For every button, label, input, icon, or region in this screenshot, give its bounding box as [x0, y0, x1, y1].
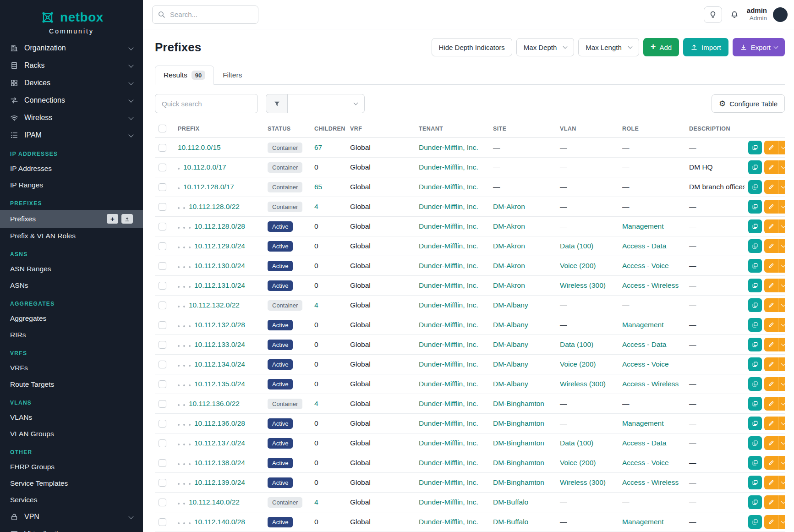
- edit-button[interactable]: [764, 200, 778, 214]
- prefix-link[interactable]: 10.112.138.0/24: [194, 459, 245, 466]
- prefix-link[interactable]: 10.112.0.0/17: [183, 163, 226, 171]
- edit-dropdown-button[interactable]: [778, 279, 785, 292]
- clone-button[interactable]: [748, 436, 762, 450]
- edit-button[interactable]: [764, 515, 778, 529]
- edit-dropdown-button[interactable]: [778, 239, 785, 253]
- children-link[interactable]: 67: [314, 143, 322, 151]
- edit-button[interactable]: [764, 160, 778, 174]
- column-header-site[interactable]: Site: [489, 120, 556, 138]
- tenant-link[interactable]: Dunder-Mifflin, Inc.: [419, 518, 478, 526]
- children-link[interactable]: 4: [314, 301, 318, 309]
- row-checkbox[interactable]: [159, 144, 166, 152]
- role-link[interactable]: Access - Data: [622, 242, 666, 250]
- clone-button[interactable]: [748, 357, 762, 371]
- prefix-link[interactable]: 10.112.140.0/28: [194, 518, 245, 526]
- edit-dropdown-button[interactable]: [778, 495, 785, 509]
- edit-dropdown-button[interactable]: [778, 397, 785, 411]
- column-header-vlan[interactable]: VLAN: [556, 120, 619, 138]
- site-link[interactable]: DM-Akron: [493, 242, 525, 250]
- row-checkbox[interactable]: [159, 223, 166, 230]
- edit-button[interactable]: [764, 476, 778, 489]
- column-header-vrf[interactable]: VRF: [346, 120, 415, 138]
- role-link[interactable]: Management: [622, 222, 663, 230]
- children-link[interactable]: 65: [314, 183, 322, 191]
- row-checkbox[interactable]: [159, 479, 166, 487]
- sidebar-item-virtualization[interactable]: Virtualization: [0, 526, 143, 532]
- role-link[interactable]: Management: [622, 321, 663, 329]
- notifications-button[interactable]: [728, 6, 741, 23]
- sidebar-item-vlan-groups[interactable]: VLAN Groups: [0, 426, 143, 442]
- edit-dropdown-button[interactable]: [778, 476, 785, 489]
- edit-dropdown-button[interactable]: [778, 160, 785, 174]
- tenant-link[interactable]: Dunder-Mifflin, Inc.: [419, 478, 478, 486]
- site-link[interactable]: DM-Akron: [493, 281, 525, 289]
- sidebar-item-prefixes[interactable]: Prefixes+: [0, 210, 143, 228]
- sidebar-item-connections[interactable]: Connections: [0, 92, 143, 109]
- prefix-link[interactable]: 10.112.128.0/22: [189, 203, 240, 210]
- site-link[interactable]: DM-Binghamton: [493, 439, 544, 447]
- clone-button[interactable]: [748, 200, 762, 214]
- prefix-link[interactable]: 10.112.137.0/24: [194, 439, 245, 447]
- column-header-children[interactable]: Children: [311, 120, 346, 138]
- row-checkbox[interactable]: [159, 459, 166, 467]
- clone-button[interactable]: [748, 377, 762, 391]
- sidebar-item-services[interactable]: Services: [0, 492, 143, 508]
- edit-dropdown-button[interactable]: [778, 456, 785, 470]
- edit-button[interactable]: [764, 279, 778, 292]
- edit-button[interactable]: [764, 357, 778, 371]
- row-checkbox[interactable]: [159, 361, 166, 368]
- tenant-link[interactable]: Dunder-Mifflin, Inc.: [419, 340, 478, 348]
- edit-button[interactable]: [764, 219, 778, 233]
- sidebar-item-vlans[interactable]: VLANs: [0, 409, 143, 426]
- edit-button[interactable]: [764, 377, 778, 391]
- edit-button[interactable]: [764, 141, 778, 154]
- clone-button[interactable]: [748, 160, 762, 174]
- clone-button[interactable]: [748, 259, 762, 273]
- quick-add-button[interactable]: +: [107, 214, 118, 224]
- site-link[interactable]: DM-Albany: [493, 360, 528, 368]
- edit-dropdown-button[interactable]: [778, 357, 785, 371]
- tenant-link[interactable]: Dunder-Mifflin, Inc.: [419, 498, 478, 506]
- tenant-link[interactable]: Dunder-Mifflin, Inc.: [419, 380, 478, 388]
- prefix-link[interactable]: 10.112.139.0/24: [194, 478, 245, 486]
- edit-dropdown-button[interactable]: [778, 377, 785, 391]
- select-all-checkbox[interactable]: [159, 125, 166, 132]
- tenant-link[interactable]: Dunder-Mifflin, Inc.: [419, 183, 478, 191]
- prefix-link[interactable]: 10.112.128.0/17: [183, 183, 234, 191]
- clone-button[interactable]: [748, 495, 762, 509]
- row-checkbox[interactable]: [159, 420, 166, 428]
- vlan-link[interactable]: Voice (200): [560, 262, 596, 269]
- edit-dropdown-button[interactable]: [778, 417, 785, 430]
- edit-button[interactable]: [764, 298, 778, 312]
- prefix-link[interactable]: 10.112.129.0/24: [194, 242, 245, 250]
- row-checkbox[interactable]: [159, 302, 166, 309]
- row-checkbox[interactable]: [159, 282, 166, 290]
- role-link[interactable]: Access - Voice: [622, 360, 669, 368]
- edit-dropdown-button[interactable]: [778, 200, 785, 214]
- row-checkbox[interactable]: [159, 183, 166, 191]
- edit-button[interactable]: [764, 259, 778, 273]
- prefix-link[interactable]: 10.112.140.0/22: [189, 498, 240, 506]
- children-link[interactable]: 4: [314, 498, 318, 506]
- tenant-link[interactable]: Dunder-Mifflin, Inc.: [419, 439, 478, 447]
- clone-button[interactable]: [748, 279, 762, 292]
- max-depth-dropdown[interactable]: Max Depth: [516, 38, 575, 56]
- tenant-link[interactable]: Dunder-Mifflin, Inc.: [419, 419, 478, 427]
- configure-table-button[interactable]: ⚙ Configure Table: [712, 94, 785, 113]
- column-header-prefix[interactable]: Prefix: [174, 120, 264, 138]
- clone-button[interactable]: [748, 417, 762, 430]
- edit-button[interactable]: [764, 495, 778, 509]
- sidebar-item-asn-ranges[interactable]: ASN Ranges: [0, 261, 143, 277]
- export-button[interactable]: Export: [733, 38, 785, 56]
- site-link[interactable]: DM-Albany: [493, 301, 528, 309]
- row-checkbox[interactable]: [159, 321, 166, 329]
- brand[interactable]: netbox Community: [0, 0, 143, 39]
- column-header-description[interactable]: Description: [685, 120, 745, 138]
- prefix-link[interactable]: 10.112.132.0/28: [194, 321, 245, 329]
- row-checkbox[interactable]: [159, 262, 166, 270]
- clone-button[interactable]: [748, 318, 762, 332]
- prefix-link[interactable]: 10.112.133.0/24: [194, 340, 245, 348]
- edit-dropdown-button[interactable]: [778, 515, 785, 529]
- tenant-link[interactable]: Dunder-Mifflin, Inc.: [419, 163, 478, 171]
- tenant-link[interactable]: Dunder-Mifflin, Inc.: [419, 203, 478, 210]
